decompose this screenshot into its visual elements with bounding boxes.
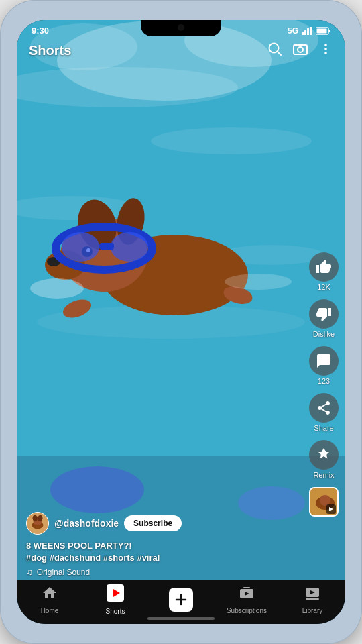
notch xyxy=(141,20,221,36)
create-icon xyxy=(169,588,193,612)
comment-count: 123 xyxy=(318,377,330,385)
dislike-label: Dislike xyxy=(313,330,335,338)
home-icon xyxy=(42,585,58,605)
svg-rect-20 xyxy=(99,243,114,250)
nav-item-create[interactable] xyxy=(161,588,201,612)
like-button[interactable]: 12K xyxy=(309,252,339,291)
share-label: Share xyxy=(314,424,333,432)
like-count: 12K xyxy=(317,283,330,291)
subscribe-button[interactable]: Subscribe xyxy=(124,515,182,531)
svg-point-19 xyxy=(111,232,148,262)
status-time: 9:30 xyxy=(32,25,49,36)
library-icon xyxy=(304,585,320,605)
video-sound-row[interactable]: ♫ Original Sound xyxy=(26,567,302,577)
pool-video-svg xyxy=(17,20,345,584)
svg-point-38 xyxy=(298,47,303,52)
channel-name[interactable]: @dashofdoxie xyxy=(54,518,119,529)
volume-down-button xyxy=(0,189,1,226)
volume-up-button xyxy=(0,146,1,183)
svg-rect-28 xyxy=(302,32,304,35)
music-note-icon: ♫ xyxy=(26,567,33,577)
app-bar-action-icons xyxy=(267,42,333,60)
more-options-icon[interactable] xyxy=(318,42,333,60)
comments-button[interactable]: 123 xyxy=(309,346,339,385)
nav-library-label: Library xyxy=(302,607,323,614)
status-icons: 5G xyxy=(288,26,330,36)
nav-subscriptions-label: Subscriptions xyxy=(227,607,267,614)
video-title: 8 WEENS POOL PARTY?! #dog #dachshund #sh… xyxy=(26,540,302,564)
sound-name: Original Sound xyxy=(37,568,90,577)
svg-rect-61 xyxy=(306,598,319,600)
subscriptions-icon xyxy=(239,585,255,605)
share-button[interactable]: Share xyxy=(309,393,339,432)
dislike-icon xyxy=(309,299,339,329)
remix-button[interactable]: Remix xyxy=(309,440,339,479)
dislike-button[interactable]: Dislike xyxy=(309,299,339,338)
video-info-overlay: @dashofdoxie Subscribe 8 WEENS POOL PART… xyxy=(26,512,302,577)
channel-avatar[interactable] xyxy=(26,512,49,535)
svg-point-42 xyxy=(324,52,327,54)
svg-rect-39 xyxy=(298,44,303,46)
svg-rect-33 xyxy=(329,30,330,32)
thumbnail-play-icon xyxy=(326,504,336,514)
like-icon xyxy=(309,252,339,282)
svg-point-41 xyxy=(324,48,327,50)
channel-row: @dashofdoxie Subscribe xyxy=(26,512,302,535)
svg-point-40 xyxy=(324,44,327,46)
svg-rect-58 xyxy=(243,587,250,588)
action-buttons-panel: 12K Dislike 123 xyxy=(309,252,339,517)
svg-point-24 xyxy=(225,274,292,290)
svg-point-2 xyxy=(151,127,312,154)
comment-icon xyxy=(309,346,339,376)
remix-icon xyxy=(309,440,339,470)
home-indicator xyxy=(147,617,215,620)
app-bar-title: Shorts xyxy=(29,43,71,58)
shorts-icon xyxy=(107,584,124,606)
remix-label: Remix xyxy=(313,471,334,479)
search-icon[interactable] xyxy=(267,42,282,60)
nav-item-subscriptions[interactable]: Subscriptions xyxy=(227,585,267,614)
svg-point-23 xyxy=(30,278,84,299)
phone-frame: 9:30 5G Shorts xyxy=(0,0,362,644)
svg-rect-31 xyxy=(310,27,312,35)
nav-item-library[interactable]: Library xyxy=(292,585,333,614)
signal-icon: 5G xyxy=(288,26,298,36)
nav-home-label: Home xyxy=(41,607,59,614)
nav-item-home[interactable]: Home xyxy=(29,585,70,614)
signal-bars-icon xyxy=(302,27,312,35)
nav-shorts-label: Shorts xyxy=(106,608,125,615)
battery-icon xyxy=(316,27,330,35)
svg-point-18 xyxy=(62,232,99,262)
nav-item-shorts[interactable]: Shorts xyxy=(95,584,135,615)
next-video-preview[interactable] xyxy=(309,487,339,517)
share-icon xyxy=(309,393,339,423)
app-bar: Shorts xyxy=(17,36,345,65)
svg-point-26 xyxy=(50,466,144,513)
svg-rect-34 xyxy=(317,28,327,33)
camera-icon[interactable] xyxy=(293,42,308,60)
svg-rect-29 xyxy=(304,30,306,35)
svg-marker-46 xyxy=(329,507,333,511)
thumbnail-image xyxy=(309,487,339,517)
mute-button xyxy=(0,114,1,138)
phone-screen: 9:30 5G Shorts xyxy=(17,20,345,624)
svg-line-36 xyxy=(278,52,282,56)
svg-rect-30 xyxy=(307,28,309,35)
